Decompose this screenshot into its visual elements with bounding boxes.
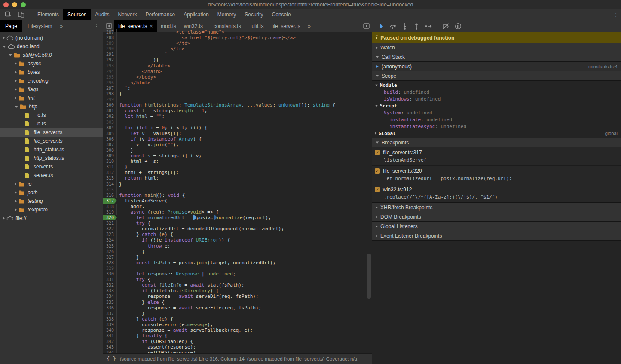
deactivate-breakpoints-icon[interactable] [442, 23, 450, 30]
tree-item-http[interactable]: http [0, 102, 103, 111]
tree-item-_io.ts[interactable]: _io.ts [0, 111, 103, 119]
chevron-right-icon[interactable] [3, 217, 5, 220]
line-number[interactable]: 318 [103, 204, 117, 209]
chevron-right-icon[interactable] [15, 96, 17, 100]
line-number[interactable]: 331 [103, 277, 117, 282]
chevron-down-icon[interactable] [375, 84, 378, 86]
line-number[interactable]: 302 [103, 113, 117, 119]
tab-sources[interactable]: Sources [63, 9, 91, 20]
breakpoint-checkbox[interactable]: ✓ [375, 150, 380, 155]
tree-item-testing[interactable]: testing [0, 197, 103, 205]
tree-item-textproto[interactable]: textproto [0, 205, 103, 214]
tab-console[interactable]: Console [268, 9, 295, 20]
breakpoint-line-number[interactable]: 320 [103, 215, 117, 220]
tab-overflow-icon[interactable]: » [57, 20, 65, 32]
line-number[interactable]: 309 [103, 153, 117, 159]
line-number[interactable]: 344 [103, 350, 117, 353]
line-number[interactable]: 316 [103, 193, 117, 198]
tree-item-file_server.ts[interactable]: file_server.ts [0, 128, 103, 137]
line-number[interactable]: 303 [103, 119, 117, 125]
step-into-icon[interactable] [401, 23, 408, 30]
line-number[interactable]: 322 [103, 226, 117, 232]
resume-icon[interactable] [377, 23, 384, 30]
line-number[interactable]: 325 [103, 243, 117, 249]
tree-item-file_server.ts[interactable]: file_server.ts [0, 137, 103, 145]
chevron-right-icon[interactable] [15, 62, 17, 65]
tree-item-io[interactable]: io [0, 180, 103, 188]
editor-scrollbar-thumb[interactable] [367, 254, 371, 299]
breakpoint-location[interactable]: file_server.ts:320 [383, 168, 422, 174]
line-number[interactable]: 301 [103, 108, 117, 113]
step-out-icon[interactable] [413, 23, 420, 30]
line-number[interactable]: 290 [103, 46, 117, 52]
line-number[interactable]: 288 [103, 35, 117, 40]
line-number[interactable]: 332 [103, 282, 117, 288]
line-number[interactable]: 327 [103, 254, 117, 260]
section-call-stack[interactable]: Call Stack [372, 52, 621, 62]
line-number[interactable]: 298 [103, 91, 117, 97]
line-number[interactable]: 300 [103, 102, 117, 108]
tree-item-http_status.ts[interactable]: http_status.ts [0, 154, 103, 162]
line-number[interactable]: 312 [103, 170, 117, 175]
line-number[interactable]: 289 [103, 40, 117, 46]
line-number[interactable]: 295 [103, 74, 117, 80]
chevron-right-icon[interactable] [15, 79, 17, 83]
line-number[interactable]: 335 [103, 300, 117, 305]
navigator-tab-page[interactable]: Page [0, 20, 22, 32]
tree-item-path[interactable]: path [0, 188, 103, 197]
tree-item-nodomain[interactable]: (no domain) [0, 34, 103, 42]
tree-item-fmt[interactable]: fmt [0, 94, 103, 102]
inline-breakpoint-icon[interactable] [193, 215, 196, 220]
line-number[interactable]: 293 [103, 63, 117, 69]
breakpoint-location[interactable]: win32.ts:912 [383, 187, 412, 193]
line-number[interactable]: 304 [103, 125, 117, 131]
section-watch[interactable]: Watch [372, 43, 621, 52]
line-number[interactable]: 338 [103, 316, 117, 322]
line-number[interactable]: 313 [103, 175, 117, 181]
line-number[interactable]: 342 [103, 339, 117, 344]
chevron-right-icon[interactable] [15, 182, 17, 186]
tree-item-deno.land[interactable]: deno.land [0, 42, 103, 51]
tree-item-encoding[interactable]: encoding [0, 76, 103, 85]
line-number[interactable]: 334 [103, 294, 117, 299]
navigator-tab-filesystem[interactable]: Filesystem [22, 20, 57, 32]
line-number[interactable]: 306 [103, 136, 117, 142]
line-number[interactable]: 323 [103, 232, 117, 237]
section-scope[interactable]: Scope [372, 71, 621, 81]
tab-security[interactable]: Security [240, 9, 267, 20]
code-area[interactable]: 287 <td class="name">288 <a href="${entr… [103, 29, 372, 353]
scope-group-module[interactable]: Module [372, 82, 621, 89]
chevron-right-icon[interactable] [15, 191, 17, 194]
tree-item-std@v0.50.0[interactable]: std@v0.50.0 [0, 51, 103, 59]
line-number[interactable]: 308 [103, 147, 117, 153]
chevron-right-icon[interactable] [375, 132, 377, 135]
line-number[interactable]: 287 [103, 29, 117, 35]
breakpoint-location[interactable]: file_server.ts:317 [383, 150, 422, 156]
tree-item-_io.ts[interactable]: _io.ts [0, 119, 103, 128]
chevron-down-icon[interactable] [3, 46, 6, 48]
tree-item-server.ts[interactable]: server.ts [0, 171, 103, 180]
call-stack-frame[interactable]: (anonymous)_constants.ts:4 [372, 62, 621, 71]
line-number[interactable]: 328 [103, 260, 117, 266]
step-icon[interactable] [425, 23, 432, 30]
line-number[interactable]: 343 [103, 344, 117, 350]
scope-group-global[interactable]: Globalglobal [372, 130, 621, 137]
line-number[interactable]: 296 [103, 80, 117, 86]
line-number[interactable]: 305 [103, 131, 117, 136]
chevron-down-icon[interactable] [15, 106, 18, 108]
breakpoint-checkbox[interactable]: ✓ [375, 168, 380, 174]
pretty-print-button[interactable]: { } [107, 356, 116, 362]
section-breakpoints[interactable]: Breakpoints [372, 138, 621, 147]
tree-item-server.ts[interactable]: server.ts [0, 162, 103, 171]
section-dom-breakpoints[interactable]: DOM Breakpoints [372, 212, 621, 222]
line-number[interactable]: 340 [103, 327, 117, 333]
tree-item-flags[interactable]: flags [0, 85, 103, 94]
tab-elements[interactable]: Elements [33, 9, 63, 20]
line-number[interactable]: 337 [103, 311, 117, 316]
pause-on-exceptions-icon[interactable] [455, 23, 462, 30]
tab-network[interactable]: Network [113, 9, 141, 20]
section-xhr-fetch-breakpoints[interactable]: XHR/fetch Breakpoints [372, 202, 621, 212]
source-map-link[interactable]: file_server.ts [168, 356, 196, 361]
line-number[interactable]: 336 [103, 305, 117, 311]
line-number[interactable]: 324 [103, 237, 117, 243]
